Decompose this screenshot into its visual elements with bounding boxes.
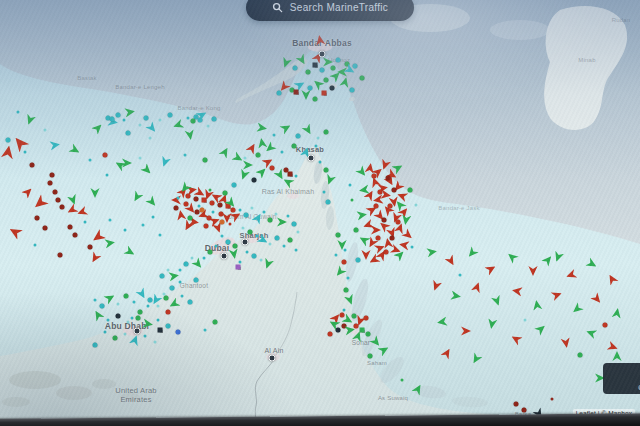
tooltip-line: 56 — [607, 374, 640, 382]
search-placeholder: Search MarineTraffic — [290, 2, 388, 13]
city-dot — [319, 51, 326, 58]
vessel-tooltip: 24 56 @4.647017, 5 — [603, 363, 640, 394]
tooltip-line: 24 — [607, 366, 640, 374]
city-dot — [134, 328, 141, 335]
marinetraffic-map-screen: Bandar AbbasKhasabRas Al KhaimahUmm Al Q… — [0, 0, 640, 426]
search-icon — [272, 2, 283, 13]
city-dot — [308, 155, 315, 162]
tooltip-line: @4.647017, 5 — [607, 383, 640, 391]
city-dot — [221, 253, 228, 260]
city-dots-layer — [0, 0, 640, 426]
city-dot — [242, 239, 249, 246]
city-dot — [269, 355, 276, 362]
search-bar[interactable]: Search MarineTraffic — [246, 0, 414, 21]
